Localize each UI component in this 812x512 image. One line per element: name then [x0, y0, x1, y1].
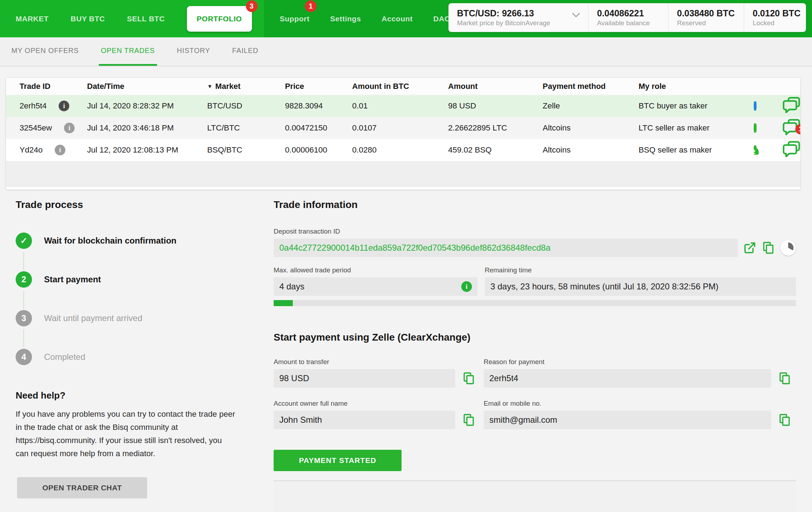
email-or-mobile-label: Email or mobile no. — [484, 400, 796, 407]
nav-dao[interactable]: DAO — [433, 15, 450, 23]
trade-id: 32545ew — [20, 123, 52, 133]
copy-icon[interactable] — [462, 372, 475, 385]
copy-icon[interactable] — [778, 414, 791, 426]
col-datetime[interactable]: Date/Time — [87, 82, 207, 91]
info-icon[interactable]: i — [64, 123, 75, 133]
check-icon: ✓ — [16, 233, 32, 249]
trade-payment-method: Altcoins — [543, 123, 639, 133]
reserved-label: Reserved — [677, 18, 744, 28]
trade-process-panel: Trade process ✓ Wait for blockchain conf… — [16, 199, 250, 498]
deposit-txid-value[interactable]: 0a44c27722900014b11eda859a722f0ed70543b9… — [274, 239, 738, 257]
account-owner-value[interactable]: John Smith — [274, 411, 455, 429]
col-price[interactable]: Price — [285, 82, 352, 91]
ticker-price: BTC/USD: 9266.13 — [457, 8, 588, 18]
nav-settings[interactable]: Settings — [330, 15, 361, 23]
step-start-payment: 2 Start payment — [16, 271, 250, 288]
reserved-value: 0.038480 BTC — [677, 8, 744, 18]
col-amount[interactable]: Amount — [448, 82, 543, 91]
col-market-label: Market — [215, 82, 241, 91]
remaining-time-label: Remaining time — [485, 266, 796, 274]
top-nav-left: MARKET BUY BTC SELL BTC PORTFOLIO 3 FUND… — [0, 0, 264, 37]
trade-information-title: Trade information — [274, 199, 796, 210]
nav-buy-btc[interactable]: BUY BTC — [71, 15, 105, 23]
ticker-reserved: 0.038480 BTC Reserved — [668, 3, 744, 32]
step-label: Wait until payment arrived — [44, 313, 142, 323]
support-badge: 1 — [305, 0, 317, 12]
info-icon[interactable]: i — [461, 281, 472, 292]
trade-my-role: LTC seller as maker — [639, 123, 754, 133]
trade-market: LTC/BTC — [207, 123, 285, 133]
amount-to-transfer-value[interactable]: 98 USD — [274, 369, 455, 388]
trade-datetime: Jul 12, 2020 12:08:13 PM — [87, 145, 207, 155]
table-row[interactable]: Yd24o i Jul 12, 2020 12:08:13 PM BSQ/BTC… — [6, 139, 800, 161]
ticker-price-cell[interactable]: BTC/USD: 9266.13 Market price by Bitcoin… — [448, 3, 588, 32]
step-wait-confirmation: ✓ Wait for blockchain confirmation — [16, 233, 250, 249]
account-owner-label: Account owner full name — [274, 400, 484, 407]
panel-footer — [274, 481, 796, 512]
email-or-mobile-value[interactable]: smith@gmail.com — [484, 411, 771, 429]
info-icon[interactable]: i — [55, 145, 65, 155]
nav-account[interactable]: Account — [382, 15, 413, 23]
trade-amount: 98 USD — [448, 101, 543, 111]
remaining-time-value: 3 days, 23 hours, 58 minutes (until Jul … — [485, 277, 796, 296]
ticker-price-source: Market price by BitcoinAverage — [457, 18, 588, 28]
portfolio-badge: 3 — [246, 0, 258, 12]
trade-price: 0.00472150 — [285, 123, 352, 133]
tab-my-open-offers[interactable]: MY OPEN OFFERS — [9, 37, 81, 66]
trade-period-label: Max. allowed trade period — [274, 266, 478, 274]
avatar-badge: 2 — [754, 147, 759, 155]
col-trade-id[interactable]: Trade ID — [6, 82, 87, 91]
bisq-window: MARKET BUY BTC SELL BTC PORTFOLIO 3 FUND… — [0, 0, 812, 512]
open-trades-table: Trade ID Date/Time ▼Market Price Amount … — [6, 78, 800, 190]
market-price-ticker: BTC/USD: 9266.13 Market price by Bitcoin… — [448, 3, 806, 32]
trade-market: BSQ/BTC — [207, 145, 285, 155]
chevron-down-icon[interactable] — [572, 12, 580, 17]
trade-chat-icon[interactable] — [782, 106, 800, 115]
locked-label: Locked — [753, 18, 806, 28]
col-payment-method[interactable]: Payment method — [543, 82, 639, 91]
tab-failed[interactable]: FAILED — [230, 37, 260, 66]
step-completed: 4 Completed — [16, 349, 250, 365]
trade-datetime: Jul 14, 2020 3:46:18 PM — [87, 123, 207, 133]
trade-period-value: 4 days i — [274, 277, 478, 296]
info-icon[interactable]: i — [59, 101, 69, 111]
nav-market[interactable]: MARKET — [16, 15, 49, 23]
col-market[interactable]: ▼Market — [207, 82, 285, 91]
copy-icon[interactable] — [762, 241, 775, 254]
copy-icon[interactable] — [462, 414, 475, 426]
trade-payment-method: Altcoins — [543, 145, 639, 155]
payment-started-button[interactable]: PAYMENT STARTED — [274, 450, 402, 471]
step-number: 3 — [16, 310, 32, 326]
trade-market: BTC/USD — [207, 101, 285, 111]
top-nav: MARKET BUY BTC SELL BTC PORTFOLIO 3 FUND… — [0, 0, 812, 37]
nav-support[interactable]: Support 1 — [280, 15, 310, 23]
trade-chat-icon[interactable]: 1 — [782, 128, 800, 137]
available-balance-value: 0.04086221 — [597, 8, 668, 18]
trade-price: 9828.3094 — [285, 101, 352, 111]
tab-history[interactable]: HISTORY — [175, 37, 213, 66]
open-trader-chat-button[interactable]: OPEN TRADER CHAT — [17, 477, 147, 498]
peer-avatar[interactable] — [754, 101, 757, 111]
top-nav-right: Support 1 Settings Account DAO BTC/USD: … — [264, 0, 812, 37]
col-amount-btc[interactable]: Amount in BTC — [352, 82, 448, 91]
trade-period-progressbar — [274, 300, 796, 306]
step-label: Wait for blockchain confirmation — [44, 236, 176, 246]
trade-my-role: BTC buyer as taker — [639, 101, 754, 111]
open-external-icon[interactable] — [743, 241, 756, 254]
trade-datetime: Jul 14, 2020 8:28:32 PM — [87, 101, 207, 111]
nav-sell-btc[interactable]: SELL BTC — [127, 15, 165, 23]
col-my-role[interactable]: My role — [639, 82, 754, 91]
peer-avatar[interactable] — [754, 123, 757, 133]
trade-amount: 459.02 BSQ — [448, 145, 543, 155]
tab-open-trades[interactable]: OPEN TRADES — [99, 37, 157, 66]
trade-period-progress-fill — [274, 300, 293, 306]
table-row[interactable]: 2erh5t4 i Jul 14, 2020 8:28:32 PM BTC/US… — [6, 95, 800, 117]
reason-for-payment-value[interactable]: 2erh5t4 — [484, 369, 771, 388]
trade-chat-icon[interactable] — [782, 150, 800, 159]
peer-avatar[interactable]: 2 — [754, 145, 757, 155]
nav-portfolio[interactable]: PORTFOLIO 3 — [187, 6, 252, 32]
copy-icon[interactable] — [778, 372, 791, 385]
table-row[interactable]: 32545ew i Jul 14, 2020 3:46:18 PM LTC/BT… — [6, 117, 800, 139]
need-help-text: If you have any problems you can try to … — [16, 407, 236, 460]
step-number: 4 — [16, 349, 32, 365]
